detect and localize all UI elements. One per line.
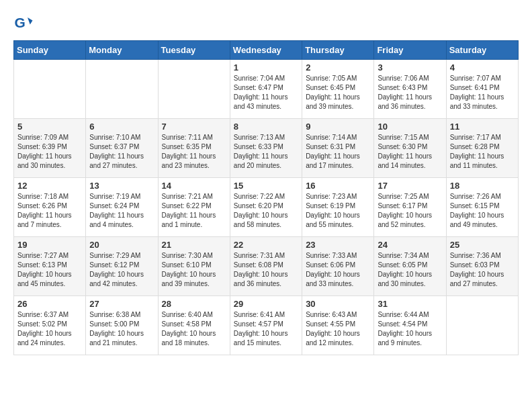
calendar-week-2: 5Sunrise: 7:09 AM Sunset: 6:39 PM Daylig… bbox=[14, 119, 519, 178]
day-number: 14 bbox=[162, 181, 226, 191]
calendar-cell: 25Sunrise: 7:36 AM Sunset: 6:03 PM Dayli… bbox=[446, 237, 518, 296]
calendar-cell: 6Sunrise: 7:10 AM Sunset: 6:37 PM Daylig… bbox=[86, 119, 158, 178]
calendar-cell: 28Sunrise: 6:40 AM Sunset: 4:58 PM Dayli… bbox=[158, 296, 230, 355]
calendar-cell: 29Sunrise: 6:41 AM Sunset: 4:57 PM Dayli… bbox=[230, 296, 302, 355]
day-info: Sunrise: 7:09 AM Sunset: 6:39 PM Dayligh… bbox=[17, 133, 82, 171]
day-number: 3 bbox=[378, 62, 442, 73]
calendar-cell: 31Sunrise: 6:44 AM Sunset: 4:54 PM Dayli… bbox=[374, 296, 446, 355]
calendar-cell: 5Sunrise: 7:09 AM Sunset: 6:39 PM Daylig… bbox=[14, 119, 86, 178]
day-info: Sunrise: 7:11 AM Sunset: 6:35 PM Dayligh… bbox=[162, 133, 226, 171]
calendar-week-5: 26Sunrise: 6:37 AM Sunset: 5:02 PM Dayli… bbox=[14, 296, 519, 355]
day-number: 12 bbox=[17, 181, 82, 191]
day-number: 21 bbox=[162, 240, 226, 250]
day-info: Sunrise: 7:36 AM Sunset: 6:03 PM Dayligh… bbox=[450, 251, 515, 289]
day-number: 25 bbox=[450, 240, 515, 250]
calendar-cell: 11Sunrise: 7:17 AM Sunset: 6:28 PM Dayli… bbox=[446, 119, 518, 178]
calendar-cell: 8Sunrise: 7:13 AM Sunset: 6:33 PM Daylig… bbox=[230, 119, 302, 178]
day-number: 22 bbox=[234, 240, 298, 250]
calendar-cell: 21Sunrise: 7:30 AM Sunset: 6:10 PM Dayli… bbox=[158, 237, 230, 296]
calendar: SundayMondayTuesdayWednesdayThursdayFrid… bbox=[13, 40, 519, 355]
day-info: Sunrise: 7:15 AM Sunset: 6:30 PM Dayligh… bbox=[378, 133, 442, 171]
day-number: 8 bbox=[234, 122, 298, 132]
calendar-cell bbox=[158, 60, 230, 119]
day-info: Sunrise: 6:37 AM Sunset: 5:02 PM Dayligh… bbox=[17, 310, 82, 348]
day-number: 6 bbox=[89, 122, 154, 132]
day-info: Sunrise: 6:41 AM Sunset: 4:57 PM Dayligh… bbox=[234, 310, 298, 348]
day-info: Sunrise: 7:31 AM Sunset: 6:08 PM Dayligh… bbox=[234, 251, 298, 289]
day-info: Sunrise: 7:30 AM Sunset: 6:10 PM Dayligh… bbox=[162, 251, 226, 289]
day-number: 7 bbox=[162, 122, 226, 132]
day-info: Sunrise: 7:05 AM Sunset: 6:45 PM Dayligh… bbox=[306, 74, 370, 111]
day-number: 19 bbox=[17, 240, 82, 250]
day-info: Sunrise: 7:18 AM Sunset: 6:26 PM Dayligh… bbox=[17, 192, 82, 230]
calendar-week-1: 1Sunrise: 7:04 AM Sunset: 6:47 PM Daylig… bbox=[14, 60, 519, 119]
day-info: Sunrise: 7:07 AM Sunset: 6:41 PM Dayligh… bbox=[450, 74, 515, 111]
day-number: 18 bbox=[450, 181, 515, 191]
day-number: 28 bbox=[162, 299, 226, 309]
day-info: Sunrise: 6:44 AM Sunset: 4:54 PM Dayligh… bbox=[378, 310, 442, 348]
day-number: 13 bbox=[89, 181, 154, 191]
calendar-cell: 15Sunrise: 7:22 AM Sunset: 6:20 PM Dayli… bbox=[230, 178, 302, 237]
day-number: 17 bbox=[378, 181, 442, 191]
day-number: 20 bbox=[89, 240, 154, 250]
calendar-cell: 18Sunrise: 7:26 AM Sunset: 6:15 PM Dayli… bbox=[446, 178, 518, 237]
svg-marker-1 bbox=[28, 17, 33, 25]
day-number: 5 bbox=[17, 122, 82, 132]
day-header-friday: Friday bbox=[374, 41, 446, 60]
day-number: 30 bbox=[306, 299, 370, 309]
calendar-cell bbox=[14, 60, 86, 119]
calendar-cell: 26Sunrise: 6:37 AM Sunset: 5:02 PM Dayli… bbox=[14, 296, 86, 355]
calendar-cell: 12Sunrise: 7:18 AM Sunset: 6:26 PM Dayli… bbox=[14, 178, 86, 237]
day-info: Sunrise: 7:19 AM Sunset: 6:24 PM Dayligh… bbox=[89, 192, 154, 230]
day-number: 23 bbox=[306, 240, 370, 250]
day-number: 24 bbox=[378, 240, 442, 250]
day-info: Sunrise: 7:33 AM Sunset: 6:06 PM Dayligh… bbox=[306, 251, 370, 289]
day-header-tuesday: Tuesday bbox=[158, 41, 230, 60]
calendar-cell bbox=[446, 296, 518, 355]
day-header-saturday: Saturday bbox=[446, 41, 518, 60]
day-info: Sunrise: 7:34 AM Sunset: 6:05 PM Dayligh… bbox=[378, 251, 442, 289]
calendar-cell: 13Sunrise: 7:19 AM Sunset: 6:24 PM Dayli… bbox=[86, 178, 158, 237]
day-number: 9 bbox=[306, 122, 370, 132]
day-info: Sunrise: 7:26 AM Sunset: 6:15 PM Dayligh… bbox=[450, 192, 515, 230]
day-info: Sunrise: 7:23 AM Sunset: 6:19 PM Dayligh… bbox=[306, 192, 370, 230]
calendar-cell: 3Sunrise: 7:06 AM Sunset: 6:43 PM Daylig… bbox=[374, 60, 446, 119]
day-number: 15 bbox=[234, 181, 298, 191]
calendar-week-3: 12Sunrise: 7:18 AM Sunset: 6:26 PM Dayli… bbox=[14, 178, 519, 237]
day-info: Sunrise: 7:25 AM Sunset: 6:17 PM Dayligh… bbox=[378, 192, 442, 230]
day-number: 16 bbox=[306, 181, 370, 191]
day-info: Sunrise: 7:14 AM Sunset: 6:31 PM Dayligh… bbox=[306, 133, 370, 171]
day-number: 4 bbox=[450, 62, 515, 73]
calendar-cell: 14Sunrise: 7:21 AM Sunset: 6:22 PM Dayli… bbox=[158, 178, 230, 237]
calendar-cell: 16Sunrise: 7:23 AM Sunset: 6:19 PM Dayli… bbox=[302, 178, 374, 237]
page-header: G bbox=[13, 13, 519, 34]
calendar-cell: 19Sunrise: 7:27 AM Sunset: 6:13 PM Dayli… bbox=[14, 237, 86, 296]
day-header-thursday: Thursday bbox=[302, 41, 374, 60]
calendar-cell: 27Sunrise: 6:38 AM Sunset: 5:00 PM Dayli… bbox=[86, 296, 158, 355]
day-number: 1 bbox=[234, 62, 298, 73]
calendar-week-4: 19Sunrise: 7:27 AM Sunset: 6:13 PM Dayli… bbox=[14, 237, 519, 296]
logo: G bbox=[13, 13, 35, 34]
day-number: 29 bbox=[234, 299, 298, 309]
day-info: Sunrise: 7:10 AM Sunset: 6:37 PM Dayligh… bbox=[89, 133, 154, 171]
calendar-cell: 4Sunrise: 7:07 AM Sunset: 6:41 PM Daylig… bbox=[446, 60, 518, 119]
day-info: Sunrise: 7:04 AM Sunset: 6:47 PM Dayligh… bbox=[234, 74, 298, 111]
calendar-cell: 23Sunrise: 7:33 AM Sunset: 6:06 PM Dayli… bbox=[302, 237, 374, 296]
day-number: 2 bbox=[306, 62, 370, 73]
calendar-cell: 22Sunrise: 7:31 AM Sunset: 6:08 PM Dayli… bbox=[230, 237, 302, 296]
day-info: Sunrise: 7:17 AM Sunset: 6:28 PM Dayligh… bbox=[450, 133, 515, 171]
day-info: Sunrise: 6:43 AM Sunset: 4:55 PM Dayligh… bbox=[306, 310, 370, 348]
day-number: 26 bbox=[17, 299, 82, 309]
day-info: Sunrise: 7:22 AM Sunset: 6:20 PM Dayligh… bbox=[234, 192, 298, 230]
day-number: 10 bbox=[378, 122, 442, 132]
calendar-header-row: SundayMondayTuesdayWednesdayThursdayFrid… bbox=[14, 41, 519, 60]
day-info: Sunrise: 7:13 AM Sunset: 6:33 PM Dayligh… bbox=[234, 133, 298, 171]
day-header-monday: Monday bbox=[86, 41, 158, 60]
day-info: Sunrise: 7:21 AM Sunset: 6:22 PM Dayligh… bbox=[162, 192, 226, 230]
calendar-cell: 24Sunrise: 7:34 AM Sunset: 6:05 PM Dayli… bbox=[374, 237, 446, 296]
calendar-cell: 17Sunrise: 7:25 AM Sunset: 6:17 PM Dayli… bbox=[374, 178, 446, 237]
calendar-cell: 9Sunrise: 7:14 AM Sunset: 6:31 PM Daylig… bbox=[302, 119, 374, 178]
day-info: Sunrise: 6:38 AM Sunset: 5:00 PM Dayligh… bbox=[89, 310, 154, 348]
day-number: 31 bbox=[378, 299, 442, 309]
calendar-cell: 30Sunrise: 6:43 AM Sunset: 4:55 PM Dayli… bbox=[302, 296, 374, 355]
